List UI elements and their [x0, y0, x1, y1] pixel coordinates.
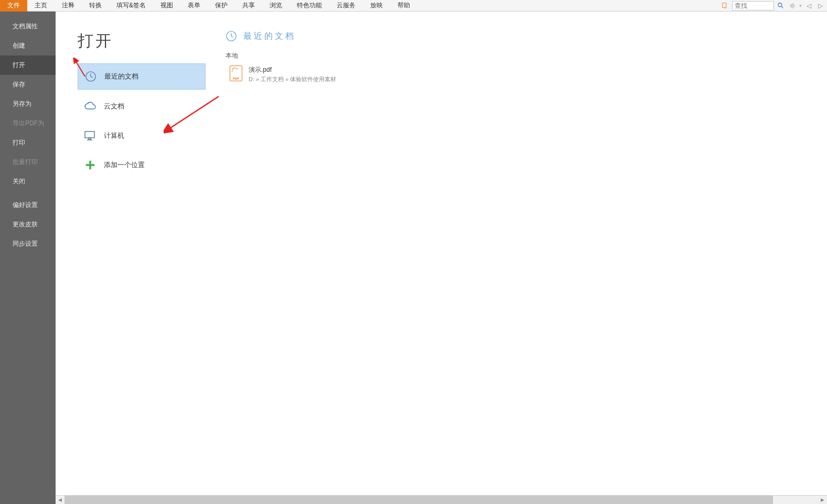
sidebar-item[interactable]: 保存	[0, 75, 56, 94]
sidebar-item[interactable]: 文档属性	[0, 17, 56, 36]
top-menu-item[interactable]: 特色功能	[289, 0, 329, 12]
source-item[interactable]: 计算机	[78, 123, 206, 148]
source-label: 最近的文档	[104, 72, 138, 81]
sidebar-item: 批量打印	[0, 152, 56, 172]
recent-header: 最近的文档	[225, 30, 827, 42]
search-go-icon[interactable]	[776, 1, 786, 10]
svg-rect-4	[85, 132, 94, 138]
source-item[interactable]: 添加一个位置	[78, 152, 206, 178]
source-label: 云文档	[104, 102, 124, 111]
svg-rect-5	[89, 138, 91, 139]
top-menu-items: 文件主页注释转换填写&签名视图表单保护共享浏览特色功能云服务放映帮助	[0, 0, 417, 12]
svg-point-1	[778, 3, 782, 6]
top-menu-item[interactable]: 放映	[363, 0, 390, 12]
top-menu-item[interactable]: 浏览	[262, 0, 289, 12]
sidebar-item[interactable]: 打印	[0, 133, 56, 152]
scroll-left-icon[interactable]: ◀	[56, 496, 65, 505]
top-right-controls: ▾ ◁ ▷	[721, 1, 827, 10]
top-menu-item[interactable]: 填写&签名	[109, 0, 153, 12]
top-menu-item[interactable]: 注释	[55, 0, 82, 12]
scroll-track[interactable]	[65, 496, 818, 505]
page-title: 打开	[78, 30, 207, 52]
recent-file-info: 演示.pdfD: » 工作文档 » 体验软件使用素材	[249, 65, 336, 83]
content-area: 打开 最近的文档云文档计算机添加一个位置 最近的文档 本地PDF演示.pdfD:…	[56, 12, 827, 504]
recent-group-label: 本地	[225, 51, 827, 60]
search-input[interactable]	[732, 1, 774, 10]
source-item[interactable]: 最近的文档	[78, 63, 206, 90]
svg-rect-0	[723, 3, 726, 7]
scroll-thumb[interactable]	[65, 496, 773, 505]
sidebar-item[interactable]: 另存为	[0, 94, 56, 114]
top-menu-item[interactable]: 主页	[27, 0, 55, 12]
top-menu-bar: 文件主页注释转换填写&签名视图表单保护共享浏览特色功能云服务放映帮助 ▾ ◁ ▷	[0, 0, 827, 12]
sidebar-item: 导出PDF为	[0, 114, 56, 133]
svg-rect-8	[86, 164, 95, 166]
cloud-icon	[84, 100, 96, 113]
top-menu-item[interactable]: 保护	[208, 0, 235, 12]
clock-icon	[84, 70, 97, 83]
top-menu-item[interactable]: 帮助	[390, 0, 417, 12]
sidebar-item[interactable]: 偏好设置	[0, 195, 56, 215]
top-menu-item[interactable]: 文件	[0, 0, 27, 12]
source-list: 最近的文档云文档计算机添加一个位置	[78, 63, 207, 178]
svg-point-2	[791, 4, 793, 6]
recent-file-path: D: » 工作文档 » 体验软件使用素材	[249, 75, 336, 83]
file-sidebar: 文档属性创建打开保存另存为导出PDF为打印批量打印关闭偏好设置更改皮肤同步设置	[0, 12, 56, 504]
top-menu-item[interactable]: 表单	[180, 0, 208, 12]
sidebar-item[interactable]: 更改皮肤	[0, 215, 56, 234]
sidebar-item[interactable]: 同步设置	[0, 234, 56, 254]
sidebar-item[interactable]: 关闭	[0, 172, 56, 191]
horizontal-scrollbar[interactable]: ◀ ▶	[56, 495, 827, 504]
nav-prev-icon[interactable]: ◁	[804, 1, 813, 10]
top-menu-item[interactable]: 云服务	[329, 0, 363, 12]
computer-icon	[84, 129, 96, 142]
recent-file-name: 演示.pdf	[249, 65, 336, 74]
nav-next-icon[interactable]: ▷	[815, 1, 825, 10]
recent-groups: 本地PDF演示.pdfD: » 工作文档 » 体验软件使用素材	[225, 51, 827, 85]
pdf-file-icon: PDF	[230, 65, 242, 81]
search-highlight-icon[interactable]	[721, 1, 730, 10]
scroll-right-icon[interactable]: ▶	[818, 496, 827, 505]
source-item[interactable]: 云文档	[78, 94, 206, 119]
top-menu-item[interactable]: 共享	[235, 0, 262, 12]
sidebar-item[interactable]: 打开	[0, 56, 56, 75]
top-menu-item[interactable]: 转换	[82, 0, 109, 12]
source-label: 添加一个位置	[104, 160, 145, 170]
plus-icon	[84, 159, 96, 171]
clock-icon	[225, 30, 237, 42]
sidebar-item[interactable]: 创建	[0, 36, 56, 56]
recent-column: 最近的文档 本地PDF演示.pdfD: » 工作文档 » 体验软件使用素材	[207, 12, 827, 504]
sidebar-divider	[0, 191, 56, 195]
gear-icon[interactable]	[788, 1, 797, 10]
recent-title: 最近的文档	[243, 31, 296, 42]
dropdown-caret-icon[interactable]: ▾	[799, 3, 802, 8]
recent-file-item[interactable]: PDF演示.pdfD: » 工作文档 » 体验软件使用素材	[225, 63, 827, 85]
source-label: 计算机	[104, 131, 124, 140]
top-menu-item[interactable]: 视图	[153, 0, 180, 12]
open-sources-column: 打开 最近的文档云文档计算机添加一个位置	[56, 12, 207, 504]
